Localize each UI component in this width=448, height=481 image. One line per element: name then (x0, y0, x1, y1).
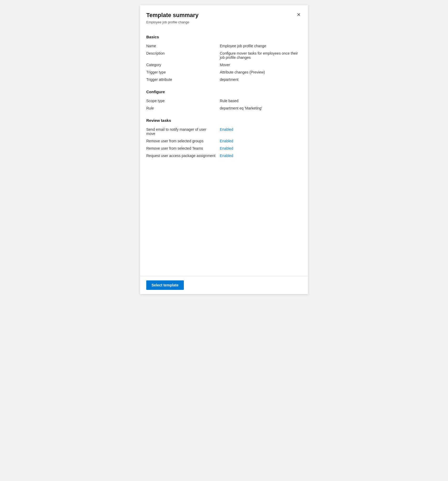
field-label-remove-teams: Remove user from selected Teams (146, 146, 220, 150)
field-value-remove-groups: Enabled (220, 139, 302, 143)
configure-heading: Configure (146, 90, 302, 94)
field-value-remove-teams: Enabled (220, 146, 302, 150)
field-scope-type: Scope type Rule based (146, 97, 302, 104)
basics-section: Basics Name Employee job profile change … (146, 35, 302, 83)
field-label-rule: Rule (146, 106, 220, 110)
field-value-category: Mover (220, 63, 302, 67)
template-summary-panel: Template summary Employee job profile ch… (140, 5, 308, 294)
review-tasks-heading: Review tasks (146, 118, 302, 123)
panel-title: Template summary (146, 12, 302, 19)
field-value-send-email: Enabled (220, 127, 302, 132)
field-label-trigger-attribute: Trigger attribute (146, 77, 220, 82)
field-access-package: Request user access package assignment E… (146, 152, 302, 159)
field-value-trigger-type: Attribute changes (Preview) (220, 70, 302, 74)
panel-footer: Select template (140, 276, 308, 294)
panel-content: Basics Name Employee job profile change … (140, 28, 308, 276)
field-label-trigger-type: Trigger type (146, 70, 220, 74)
field-value-trigger-attribute: department (220, 77, 302, 82)
field-value-access-package: Enabled (220, 154, 302, 158)
field-label-send-email: Send email to notify manager of user mov… (146, 127, 220, 136)
field-remove-teams: Remove user from selected Teams Enabled (146, 145, 302, 152)
select-template-button[interactable]: Select template (146, 280, 184, 290)
review-tasks-section: Review tasks Send email to notify manage… (146, 118, 302, 159)
field-name: Name Employee job profile change (146, 42, 302, 50)
configure-section: Configure Scope type Rule based Rule dep… (146, 90, 302, 112)
field-value-rule: department eq 'Marketing' (220, 106, 302, 110)
field-value-scope-type: Rule based (220, 99, 302, 103)
field-category: Category Mover (146, 61, 302, 69)
field-label-category: Category (146, 63, 220, 67)
field-label-remove-groups: Remove user from selected groups (146, 139, 220, 143)
field-remove-groups: Remove user from selected groups Enabled (146, 137, 302, 145)
field-description: Description Configure mover tasks for em… (146, 50, 302, 61)
field-send-email: Send email to notify manager of user mov… (146, 126, 302, 137)
field-rule: Rule department eq 'Marketing' (146, 104, 302, 112)
field-trigger-attribute: Trigger attribute department (146, 76, 302, 83)
field-label-description: Description (146, 51, 220, 55)
field-label-access-package: Request user access package assignment (146, 154, 220, 158)
close-button[interactable]: ✕ (294, 11, 303, 19)
basics-heading: Basics (146, 35, 302, 39)
panel-header: Template summary Employee job profile ch… (140, 5, 308, 28)
field-value-description: Configure mover tasks for employees once… (220, 51, 302, 60)
panel-subtitle: Employee job profile change (146, 20, 302, 24)
field-trigger-type: Trigger type Attribute changes (Preview) (146, 69, 302, 76)
close-icon: ✕ (297, 12, 301, 18)
field-label-scope-type: Scope type (146, 99, 220, 103)
field-value-name: Employee job profile change (220, 44, 302, 48)
field-label-name: Name (146, 44, 220, 48)
